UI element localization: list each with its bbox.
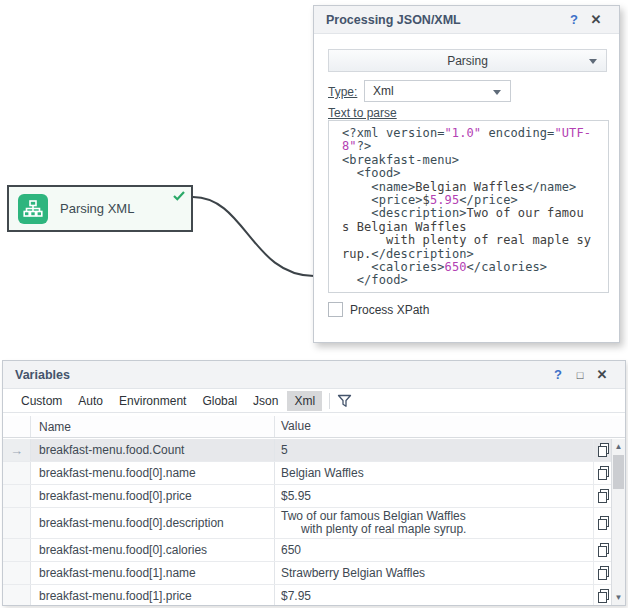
name-column-header[interactable]: Name bbox=[31, 416, 275, 437]
chevron-down-icon bbox=[493, 90, 501, 95]
current-row-arrow-icon: → bbox=[10, 443, 23, 458]
copy-icon[interactable] bbox=[593, 462, 611, 484]
flow-node-parsing-xml[interactable]: Parsing XML bbox=[7, 185, 193, 232]
variable-name: breakfast-menu.food[0].description bbox=[31, 508, 275, 538]
table-row[interactable]: breakfast-menu.food[0].nameBelgian Waffl… bbox=[3, 462, 611, 485]
code-line: <calories>650</calories> bbox=[342, 261, 608, 274]
processing-json-xml-dialog: Processing JSON/XML ? ✕ Parsing Type: Xm… bbox=[313, 5, 620, 343]
scroll-up-icon[interactable]: ▲ bbox=[612, 442, 625, 451]
table-row[interactable]: breakfast-menu.food[0].calories650 bbox=[3, 539, 611, 562]
code-line: </food> bbox=[342, 274, 608, 287]
vertical-scrollbar[interactable]: ▲ ▼ bbox=[611, 439, 625, 605]
variable-value: $7.95 bbox=[275, 585, 593, 605]
tab-custom[interactable]: Custom bbox=[14, 391, 69, 411]
help-icon[interactable]: ? bbox=[547, 367, 569, 382]
copy-icon[interactable] bbox=[593, 562, 611, 584]
row-indicator bbox=[3, 485, 31, 507]
code-line: <breakfast-menu> bbox=[342, 154, 608, 167]
text-to-parse-editor[interactable]: <?xml version="1.0" encoding="UTF-8"?><b… bbox=[328, 120, 609, 293]
row-indicator: → bbox=[3, 439, 31, 461]
variables-titlebar: Variables ? □ ✕ bbox=[3, 361, 625, 389]
code-line: <?xml version="1.0" encoding="UTF- bbox=[342, 127, 608, 140]
copy-icon[interactable] bbox=[593, 485, 611, 507]
indicator-column-header bbox=[3, 416, 31, 437]
variable-name: breakfast-menu.food[0].calories bbox=[31, 539, 275, 561]
copy-icon[interactable] bbox=[593, 585, 611, 605]
variable-name: breakfast-menu.food[1].price bbox=[31, 585, 275, 605]
variable-name: breakfast-menu.food[0].name bbox=[31, 462, 275, 484]
scroll-down-icon[interactable]: ▼ bbox=[612, 593, 625, 602]
variable-name: breakfast-menu.food.Count bbox=[31, 439, 275, 461]
section-selector-value: Parsing bbox=[447, 54, 488, 68]
type-combobox[interactable]: Xml bbox=[364, 80, 511, 102]
chevron-down-icon bbox=[589, 59, 597, 64]
code-line: s Belgian Waffles bbox=[342, 221, 608, 234]
row-indicator bbox=[3, 462, 31, 484]
close-icon[interactable]: ✕ bbox=[585, 12, 607, 27]
help-icon[interactable]: ? bbox=[563, 12, 585, 27]
variables-tabs: CustomAutoEnvironmentGlobalJsonXml bbox=[3, 389, 625, 413]
variable-value: $5.95 bbox=[275, 485, 593, 507]
code-line: <description>Two of our famou bbox=[342, 207, 608, 220]
dialog-titlebar: Processing JSON/XML ? ✕ bbox=[314, 6, 619, 34]
tab-separator bbox=[329, 393, 330, 409]
code-line: 8"?> bbox=[342, 140, 608, 153]
table-row[interactable]: →breakfast-menu.food.Count5 bbox=[3, 439, 611, 462]
row-indicator bbox=[3, 562, 31, 584]
table-row[interactable]: breakfast-menu.food[1].nameStrawberry Be… bbox=[3, 562, 611, 585]
row-indicator bbox=[3, 585, 31, 605]
close-icon[interactable]: ✕ bbox=[591, 367, 613, 382]
table-row[interactable]: breakfast-menu.food[1].price$7.95 bbox=[3, 585, 611, 605]
filter-funnel-icon[interactable] bbox=[337, 394, 352, 408]
maximize-icon[interactable]: □ bbox=[569, 369, 591, 381]
process-xpath-label: Process XPath bbox=[350, 303, 429, 317]
tab-xml[interactable]: Xml bbox=[287, 391, 322, 411]
variables-title: Variables bbox=[15, 368, 547, 382]
variable-name: breakfast-menu.food[0].price bbox=[31, 485, 275, 507]
table-row[interactable]: breakfast-menu.food[0].descriptionTwo of… bbox=[3, 508, 611, 539]
row-indicator bbox=[3, 508, 31, 538]
variable-value: 650 bbox=[275, 539, 593, 561]
code-line: rup.</description> bbox=[342, 248, 608, 261]
variable-name: breakfast-menu.food[1].name bbox=[31, 562, 275, 584]
tab-global[interactable]: Global bbox=[195, 391, 244, 411]
value-column-header[interactable]: Value bbox=[275, 416, 593, 437]
sitemap-icon bbox=[18, 194, 48, 224]
type-combobox-value: Xml bbox=[373, 84, 394, 98]
variable-value: 5 bbox=[275, 439, 593, 461]
process-xpath-row: Process XPath bbox=[328, 302, 429, 317]
copy-icon[interactable] bbox=[593, 539, 611, 561]
table-row[interactable]: breakfast-menu.food[0].price$5.95 bbox=[3, 485, 611, 508]
row-indicator bbox=[3, 539, 31, 561]
code-line: <name>Belgian Waffles</name> bbox=[342, 181, 608, 194]
type-label: Type: bbox=[328, 85, 357, 99]
tab-json[interactable]: Json bbox=[246, 391, 285, 411]
variable-value: Two of our famous Belgian Waffles with p… bbox=[275, 508, 593, 538]
connector-line bbox=[190, 188, 316, 282]
process-xpath-checkbox[interactable] bbox=[328, 302, 343, 317]
code-line: <price>$5.95</price> bbox=[342, 194, 608, 207]
copy-icon[interactable] bbox=[593, 508, 611, 538]
text-to-parse-label: Text to parse bbox=[328, 106, 397, 120]
scrollbar-thumb[interactable] bbox=[613, 455, 624, 489]
dialog-title: Processing JSON/XML bbox=[326, 13, 563, 27]
node-label: Parsing XML bbox=[60, 201, 134, 216]
variables-panel: Variables ? □ ✕ CustomAutoEnvironmentGlo… bbox=[2, 360, 626, 606]
code-line: with plenty of real maple sy bbox=[342, 234, 608, 247]
variables-table-body: →breakfast-menu.food.Count5breakfast-men… bbox=[3, 439, 611, 605]
table-header: Name Value bbox=[3, 416, 625, 438]
variable-value: Belgian Waffles bbox=[275, 462, 593, 484]
variable-value: Strawberry Belgian Waffles bbox=[275, 562, 593, 584]
copy-icon[interactable] bbox=[593, 439, 611, 461]
tab-auto[interactable]: Auto bbox=[71, 391, 110, 411]
tab-environment[interactable]: Environment bbox=[112, 391, 193, 411]
success-check-icon bbox=[173, 190, 185, 204]
section-selector[interactable]: Parsing bbox=[328, 49, 607, 72]
code-line: <food> bbox=[342, 167, 608, 180]
